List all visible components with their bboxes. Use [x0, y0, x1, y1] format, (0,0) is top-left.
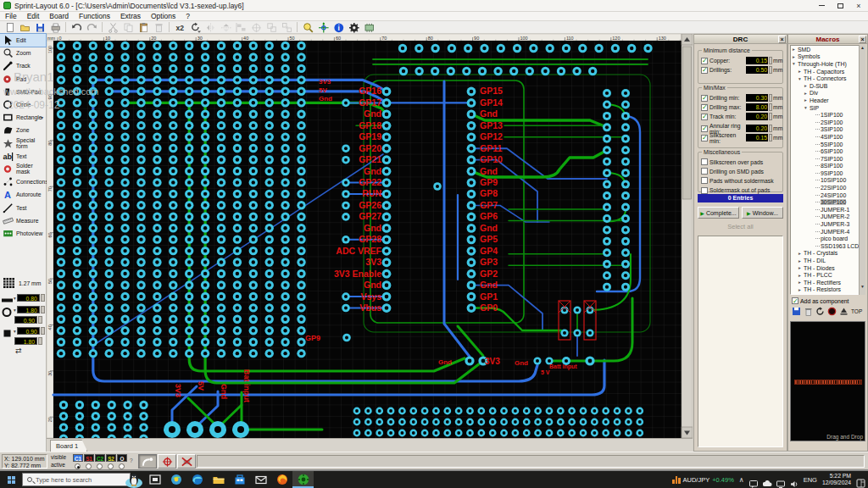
drc-checkbox[interactable]: [701, 104, 708, 111]
toolbar-new-file-button[interactable]: [3, 22, 17, 33]
tree-item-5sip100[interactable]: 5SIP100: [791, 141, 865, 148]
volume-icon[interactable]: [790, 476, 798, 484]
tool-track[interactable]: Track: [0, 59, 46, 72]
layer-button-c1[interactable]: C1: [73, 454, 83, 462]
taskbar-app-file-explorer[interactable]: [208, 471, 229, 488]
toolbar-delete-button[interactable]: [152, 22, 166, 33]
tool-text[interactable]: abText: [0, 150, 46, 163]
tool-smd-pad[interactable]: SMD-Pad: [0, 86, 46, 98]
tree-item-2sip100[interactable]: 2SIP100: [791, 119, 865, 126]
drc-spinner[interactable]: [769, 125, 772, 132]
layer-radio-s1[interactable]: [86, 463, 92, 469]
tree-item-4sip100[interactable]: 4SIP100: [791, 133, 865, 141]
tool-circle[interactable]: Circle: [0, 98, 46, 111]
smd-size-value[interactable]: 0.90: [17, 327, 40, 335]
tool-pad[interactable]: Pad: [0, 73, 46, 86]
drc-checkbox[interactable]: [701, 67, 708, 74]
tree-item-through-hole-th-[interactable]: ▾Through-Hole (TH): [791, 60, 865, 68]
status-track-mode-button[interactable]: [138, 454, 157, 469]
tree-item-9sip100[interactable]: 9SIP100: [791, 169, 865, 177]
grid-button[interactable]: [3, 277, 16, 290]
tree-item-pico-board[interactable]: pico board: [791, 235, 865, 242]
tree-item-jumper-4[interactable]: JUMPER-4: [791, 228, 865, 236]
tree-item-th-connectors[interactable]: ▾TH - Connectors: [791, 75, 865, 82]
drc-checkbox[interactable]: [701, 58, 708, 64]
tree-item-6sip100[interactable]: 6SIP100: [791, 147, 865, 155]
macro-top-view-icon[interactable]: [839, 304, 849, 319]
drc-value-field[interactable]: 0.30: [746, 94, 768, 102]
layer-radio-s2[interactable]: [108, 463, 114, 469]
menu-options[interactable]: Options: [146, 12, 181, 20]
swap-icon[interactable]: ⇄: [15, 347, 22, 355]
taskbar-app-task-view[interactable]: [144, 471, 165, 488]
drc-value-field[interactable]: 0.15: [746, 57, 768, 64]
smd-size-spinner[interactable]: [38, 337, 42, 345]
drc-value-field[interactable]: 8.00: [746, 103, 768, 111]
tree-item-th-diodes[interactable]: ▸TH - Diodes: [791, 264, 865, 272]
layer-button-c2[interactable]: C2: [95, 454, 105, 462]
toolbar-snap-button[interactable]: [249, 22, 264, 33]
tree-item-th-rectifiers[interactable]: ▸TH - Rectifiers: [791, 279, 865, 286]
drc-checkbox[interactable]: [701, 95, 708, 102]
smd-size-value[interactable]: 1.80: [14, 337, 37, 345]
tool-solder-mask[interactable]: Solder mask: [0, 163, 46, 175]
toolbar-zoom-button[interactable]: [301, 22, 315, 33]
currency-ticker[interactable]: AUD/JPY +0.49%: [672, 476, 734, 484]
tree-item-jumper-3[interactable]: JUMPER-3: [791, 220, 865, 228]
drc-result-list[interactable]: [698, 236, 783, 447]
menu-extras[interactable]: Extras: [115, 12, 146, 20]
taskbar-app-sprint-layout[interactable]: [292, 471, 314, 488]
tree-item-smd[interactable]: ▸SMD: [791, 46, 865, 53]
toolbar-copy-button[interactable]: [121, 22, 136, 33]
tree-item-th-dil[interactable]: ▸TH - DIL: [791, 257, 865, 264]
toolbar-group-button[interactable]: [264, 22, 279, 33]
clock[interactable]: 5:22 PM 12/09/2024: [822, 473, 851, 486]
tree-item-th-crystals[interactable]: ▸TH - Crystals: [791, 250, 865, 258]
chevron-up-icon[interactable]: ∧: [739, 476, 744, 484]
language-indicator[interactable]: ENG: [804, 476, 817, 484]
drc-select-all[interactable]: Select all: [704, 223, 776, 230]
drc-checkbox[interactable]: [701, 125, 708, 132]
tree-item-3sip100[interactable]: 3SIP100: [791, 126, 865, 134]
tool-autoroute[interactable]: AAutoroute: [0, 188, 46, 201]
status-crosshair-mode-button[interactable]: [158, 454, 176, 469]
toolbar-duplicate-button[interactable]: x2: [173, 22, 187, 33]
tree-item-22sip100[interactable]: 22SIP100: [791, 184, 865, 191]
drc-value-field[interactable]: 0.20: [746, 113, 768, 120]
toolbar-macro-library-button[interactable]: [362, 22, 376, 33]
drc-checkbox[interactable]: [701, 158, 708, 165]
chat-icon[interactable]: [749, 476, 758, 484]
taskbar-app-mail[interactable]: [250, 471, 271, 488]
layer-radio-c1[interactable]: [75, 463, 81, 469]
drc-value-field[interactable]: 0.20: [746, 125, 768, 132]
toolbar-print-button[interactable]: [48, 22, 63, 33]
tool-edit[interactable]: Edit: [0, 34, 46, 47]
drc-value-field[interactable]: 0.50: [746, 66, 768, 74]
toolbar-settings-button[interactable]: [347, 22, 361, 33]
tab-board-1[interactable]: Board 1: [50, 440, 87, 452]
tree-item-jumper-2[interactable]: JUMPER-2: [791, 214, 865, 221]
drc-value-field[interactable]: 0.15: [746, 134, 768, 141]
layer-button-s2[interactable]: S2: [106, 454, 116, 462]
layer-radio-c2[interactable]: [97, 463, 103, 469]
canvas-vscrollbar[interactable]: [682, 34, 693, 438]
drc-complete-button[interactable]: ▶Complete...: [698, 207, 739, 219]
tree-item-7sip100[interactable]: 7SIP100: [791, 155, 865, 163]
taskbar-app-edge[interactable]: [186, 471, 208, 488]
toolbar-save-button[interactable]: [33, 22, 47, 33]
tool-rectangle[interactable]: Rectangle▾: [0, 111, 46, 124]
tool-special-form[interactable]: Special form: [0, 137, 46, 150]
tool-connections[interactable]: Connections: [0, 175, 46, 188]
layer-button-o[interactable]: O: [117, 454, 127, 462]
minimize-button[interactable]: [812, 0, 831, 11]
track-width-value[interactable]: 0.80: [17, 294, 40, 302]
pcb-canvas[interactable]: mm01020304050607080901001101201301009080…: [47, 34, 693, 438]
tree-item-th-capacitors[interactable]: ▸TH - Capacitors: [791, 68, 865, 75]
close-button[interactable]: ×: [849, 0, 868, 11]
toolbar-cut-button[interactable]: [106, 22, 120, 33]
toolbar-mirror-v-button[interactable]: [219, 22, 233, 33]
network-icon[interactable]: [776, 476, 785, 484]
taskbar-app-store[interactable]: [229, 471, 250, 488]
drc-spinner[interactable]: [769, 113, 772, 120]
macro-delete-icon[interactable]: [804, 304, 813, 319]
